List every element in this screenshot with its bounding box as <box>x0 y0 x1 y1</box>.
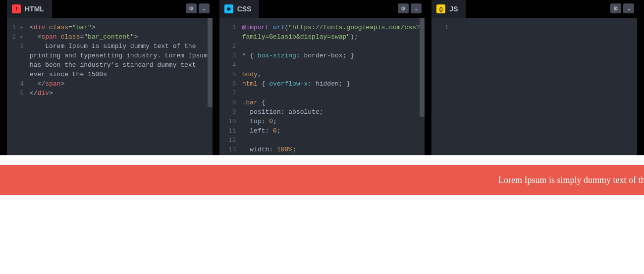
js-editor[interactable]: 1 <box>431 18 637 155</box>
html-panel-header: / HTML ⚙ ⌄ <box>7 0 213 18</box>
css-code[interactable]: @import url("https://fonts.googleapis.co… <box>240 18 425 155</box>
gear-icon[interactable]: ⚙ <box>186 3 197 13</box>
gear-icon[interactable]: ⚙ <box>610 3 621 13</box>
html-panel: / HTML ⚙ ⌄ 1 ▸2 ▸345 <div class="bar"> <… <box>7 0 213 155</box>
chevron-down-icon[interactable]: ⌄ <box>623 3 634 13</box>
chevron-down-icon[interactable]: ⌄ <box>199 3 210 13</box>
html-code[interactable]: <div class="bar"> <span class="bar_conte… <box>28 18 213 155</box>
editor-panels: / HTML ⚙ ⌄ 1 ▸2 ▸345 <div class="bar"> <… <box>0 0 644 155</box>
css-panel: ✱ CSS ⚙ ⌄ 1234567891011121314 @import ur… <box>219 0 425 155</box>
html-icon: / <box>12 4 21 13</box>
css-tab[interactable]: ✱ CSS <box>219 0 260 18</box>
js-panel-header: () JS ⚙ ⌄ <box>431 0 637 18</box>
marquee-text: Lorem Ipsum is simply dummy text of the <box>498 175 644 185</box>
js-icon: () <box>436 4 445 13</box>
html-gutter: 1 ▸2 ▸345 <box>7 18 28 155</box>
html-tab-label: HTML <box>25 5 44 13</box>
marquee-bar: Lorem Ipsum is simply dummy text of the <box>0 165 644 195</box>
css-scrollbar[interactable] <box>420 18 425 117</box>
chevron-down-icon[interactable]: ⌄ <box>411 3 422 13</box>
js-tab-label: JS <box>449 5 458 13</box>
css-gutter: 1234567891011121314 <box>219 18 240 155</box>
js-panel-actions: ⚙ ⌄ <box>610 3 634 13</box>
html-tab[interactable]: / HTML <box>7 0 52 18</box>
js-panel: () JS ⚙ ⌄ 1 <box>431 0 637 155</box>
gear-icon[interactable]: ⚙ <box>398 3 409 13</box>
html-editor[interactable]: 1 ▸2 ▸345 <div class="bar"> <span class=… <box>7 18 213 155</box>
css-editor[interactable]: 1234567891011121314 @import url("https:/… <box>219 18 425 155</box>
css-tab-label: CSS <box>237 5 252 13</box>
css-panel-header: ✱ CSS ⚙ ⌄ <box>219 0 425 18</box>
preview-pane: Lorem Ipsum is simply dummy text of the <box>0 155 644 274</box>
js-tab[interactable]: () JS <box>431 0 466 18</box>
css-icon: ✱ <box>224 4 233 13</box>
js-code[interactable] <box>452 18 637 155</box>
js-gutter: 1 <box>431 18 452 155</box>
css-panel-actions: ⚙ ⌄ <box>398 3 422 13</box>
html-panel-actions: ⚙ ⌄ <box>186 3 210 13</box>
html-scrollbar[interactable] <box>208 18 213 107</box>
